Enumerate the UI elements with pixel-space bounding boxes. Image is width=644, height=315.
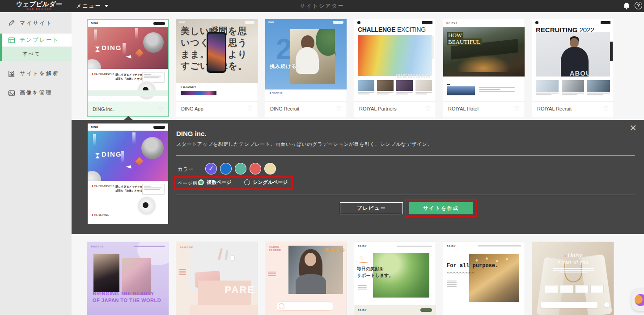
help-icon[interactable]: ?: [635, 2, 642, 9]
hashtag-text: #kawaii😋: [324, 247, 345, 252]
portrait-photo: [88, 59, 101, 69]
portrait-photo: [143, 32, 164, 53]
sidebar-item-label: サイトを解析: [20, 70, 59, 77]
favorite-heart-icon[interactable]: ♡: [247, 106, 253, 112]
template-card-ding-app[interactable]: DING 美しい瞬間を思 いつく 思う まま。 より すごい映像を。 01. C…: [176, 19, 258, 117]
search-bar: [541, 302, 597, 308]
sidebar-item-all[interactable]: すべて: [0, 47, 72, 61]
hero-image: DING: [88, 131, 168, 181]
article-card: [536, 80, 559, 96]
analytics-chart-icon: [8, 70, 15, 77]
close-icon[interactable]: ✕: [629, 123, 637, 132]
mountain-photo: [447, 86, 475, 95]
template-card-daisy-jewelry[interactable]: Daisy A part of you: [532, 242, 614, 315]
panel-caret: [124, 116, 133, 120]
color-swatch-purple[interactable]: [205, 163, 217, 175]
watermark-text: PARE: [225, 284, 255, 296]
favorite-heart-icon[interactable]: ♡: [425, 106, 431, 112]
template-icon: [8, 37, 15, 44]
thumb-logo: DING: [91, 22, 98, 25]
vertical-text-bar: [432, 36, 434, 59]
template-card-daisy-purpose[interactable]: DAISY For all purpose. 〜〜〜〜〜〜〜〜〜: [443, 242, 525, 315]
thumb-headline: BRINGING THE BEAUTYOF JAPAN TO THE WORLD: [93, 290, 161, 304]
radio-single-page[interactable]: シングルページ: [244, 179, 288, 186]
thumb-logo: DAISY: [447, 245, 456, 247]
template-name: DING Recruit: [270, 106, 299, 111]
template-grid-row-1: DING DING 01. PHILOSOPHY 新しすぎるアイデアが成長を「加…: [72, 19, 614, 117]
template-thumbnail: RECRUITING 2022 ABOUT US: [532, 19, 614, 101]
template-card-karen-parede[interactable]: KARENPAREDE #kawaii😋: [265, 242, 347, 315]
diamond-shape: [135, 49, 143, 57]
article-card: [358, 80, 374, 95]
template-card-daisy-care[interactable]: DAISY ♡ 毎日の笑顔をサポートします。 DAISY: [354, 242, 436, 315]
thumb-headline: 新しすぎるアイデアが成長を「加速」させる: [115, 73, 143, 81]
section-label: 02. SERVICE: [92, 214, 109, 216]
color-swatch-blue[interactable]: [220, 163, 232, 175]
template-thumbnail: PAREDE PARE: [176, 242, 258, 315]
mini-card: [142, 184, 165, 195]
category-box: [575, 285, 589, 293]
preview-button[interactable]: プレビュー: [340, 202, 403, 214]
squiggle-underline: 〜〜〜〜〜〜〜〜〜: [447, 271, 475, 276]
template-name: ROIYAL Hotel: [448, 106, 479, 111]
video-band-graphic: [181, 91, 216, 95]
article-card: [396, 80, 413, 95]
template-thumbnail: DAISY For all purpose. 〜〜〜〜〜〜〜〜〜: [443, 242, 525, 315]
thumb-headline: RECRUITING 2022: [532, 26, 614, 34]
template-card-parede-cosme[interactable]: PAREDE PARE: [176, 242, 258, 315]
gradient-banner: [358, 35, 432, 76]
section-label: ABOUT US: [270, 92, 342, 94]
article-card: [415, 80, 432, 95]
model-photo: [288, 246, 343, 294]
hourglass-icon: [95, 153, 100, 156]
template-card-parede-beauty[interactable]: PAREDE BRINGING THE BEAUTYOF JAPAN TO TH…: [87, 242, 169, 315]
sidebar-item-manage-images[interactable]: 画像を管理: [0, 83, 72, 102]
color-swatch-red[interactable]: [250, 163, 261, 175]
thumb-headline: CHALLENGE EXCITING: [354, 26, 436, 33]
article-card: [377, 80, 394, 95]
favorite-heart-icon[interactable]: ♡: [157, 106, 163, 112]
thumb-logo: DING: [268, 21, 274, 24]
sidebar-item-templates[interactable]: テンプレート: [0, 34, 72, 47]
radio-multi-page[interactable]: 複数ページ: [198, 179, 232, 186]
template-card-roiyal-partners[interactable]: CHALLENGE EXCITING WEBINAR ROIYAL Partne…: [354, 19, 436, 117]
page-title: サイトシアター: [0, 0, 644, 12]
template-grid-row-2: PAREDE BRINGING THE BEAUTYOF JAPAN TO TH…: [72, 242, 614, 315]
watermark-text: WEBINAR: [396, 72, 431, 80]
top-bar: ウェブビルダー WEB BUILDER メニュー サイトシアター ?: [0, 0, 644, 12]
thumb-logo: Daisy: [532, 252, 614, 259]
contact-pill: [153, 22, 165, 25]
category-box: [545, 285, 558, 293]
diamond-shape: [135, 157, 143, 165]
color-swatch-teal[interactable]: [235, 163, 246, 175]
favorite-heart-icon[interactable]: ♡: [514, 106, 520, 112]
template-name: DING inc.: [93, 106, 114, 112]
template-detail-panel: DING DING 01. PHILOSOPHY 新しすぎるアイデアが成長を「加…: [72, 120, 644, 234]
sidebar-item-analyze-site[interactable]: サイトを解析: [0, 64, 72, 83]
floating-chat-widget[interactable]: [631, 289, 644, 311]
favorite-heart-icon[interactable]: ♡: [603, 106, 609, 112]
favorite-heart-icon[interactable]: ♡: [336, 106, 342, 112]
plant-graphic: [316, 29, 335, 56]
logo-dot: [357, 21, 360, 24]
hourglass-icon: [95, 47, 100, 49]
article-card: [587, 80, 610, 96]
flower-photo: [122, 258, 151, 295]
template-thumbnail: DING DING 01. PHILOSOPHY 新しすぎるアイデアが成長を「加…: [88, 20, 168, 102]
hero-logo: DING: [95, 44, 122, 51]
category-box: [590, 285, 604, 293]
image-icon: [8, 89, 15, 97]
sidebar-item-my-site[interactable]: マイサイト: [0, 12, 72, 34]
create-site-button[interactable]: サイトを作成: [409, 202, 473, 214]
notification-bell-icon[interactable]: [623, 2, 631, 10]
template-card-ding-inc[interactable]: DING DING 01. PHILOSOPHY 新しすぎるアイデアが成長を「加…: [87, 19, 169, 117]
template-card-ding-recruit[interactable]: DING 2023 挑み続ける。 ABOUT US DING Recruit ♡: [265, 19, 347, 117]
thumb-logo: DING: [179, 21, 185, 24]
template-card-roiyal-recruit[interactable]: RECRUITING 2022 ABOUT US ROIYAL Recruit …: [532, 19, 614, 117]
thumb-logo: ROIYAL: [446, 22, 458, 25]
color-swatch-beige[interactable]: [264, 163, 276, 175]
template-card-roiyal-hotel[interactable]: ROIYAL HOWBEAUTIFUL ROIYAL Hotel ♡: [443, 19, 525, 117]
template-thumbnail: CHALLENGE EXCITING WEBINAR: [354, 19, 436, 101]
logo-dot: [535, 21, 538, 24]
sidebar-item-label: 画像を管理: [20, 89, 52, 97]
